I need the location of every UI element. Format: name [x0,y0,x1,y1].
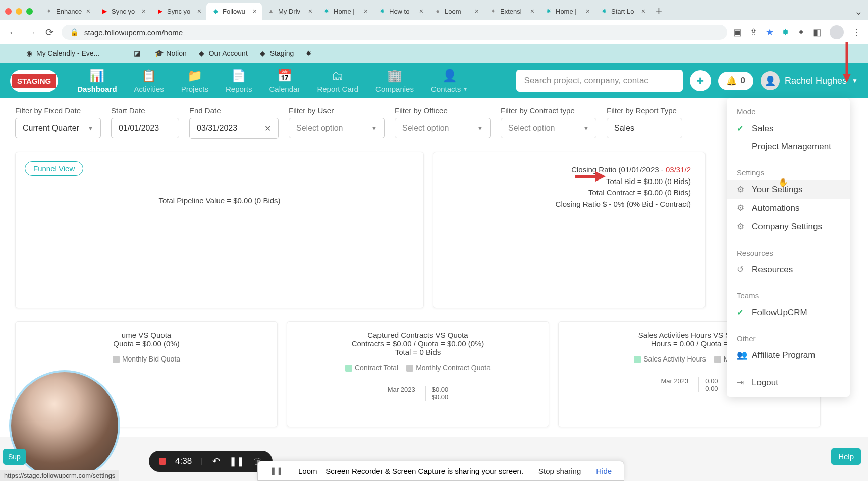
tabs-dropdown-icon[interactable]: ⌄ [854,5,863,17]
funnel-view-button[interactable]: Funnel View [25,161,83,176]
notifications-button[interactable]: 🔔 0 [718,72,753,90]
browser-tab[interactable]: ◆Followu× [206,3,262,20]
help-button[interactable]: Help [831,448,861,465]
loom-camera-bubble[interactable] [9,370,120,481]
address-bar[interactable]: 🔒 stage.followupcrm.com/home [62,25,727,40]
browser-tab[interactable]: ✸How to× [373,3,428,20]
support-button[interactable]: Sup [3,449,26,465]
filter-contract-select[interactable]: Select option▼ [501,118,596,138]
add-button[interactable]: + [690,70,711,91]
nav-calendar[interactable]: 📅Calendar [261,66,308,96]
extensions-icon[interactable]: ✦ [797,27,805,38]
tab-close-icon[interactable]: × [475,7,479,15]
bookmark-star-icon[interactable]: ★ [766,27,774,38]
nav-reports[interactable]: 📄Reports [218,66,260,96]
address-row: ← → ⟳ 🔒 stage.followupcrm.com/home ▣ ⇪ ★… [0,20,868,44]
window-controls[interactable] [5,8,33,15]
hide-sharing-button[interactable]: Hide [596,467,612,475]
loom-timer: 4:38 [175,456,192,466]
tab-close-icon[interactable]: × [142,7,146,15]
nav-activities[interactable]: 📋Activities [126,66,172,96]
browser-tab[interactable]: ▶Sync yo× [95,3,151,20]
bookmark-item[interactable]: ◉My Calendly - Eve... [25,49,99,57]
tab-close-icon[interactable]: × [308,7,312,15]
bookmark-item[interactable]: ✸ [305,49,316,57]
dd-company-settings[interactable]: ⚙Company Settings [727,217,850,236]
bookmark-favicon-icon: ◪ [133,49,141,57]
bookmark-item[interactable]: 🎓Notion [155,49,186,57]
bookmark-item[interactable]: ◆Our Account [198,49,248,57]
browser-tab[interactable]: ✸Home |× [539,3,595,20]
stop-sharing-button[interactable]: Stop sharing [538,467,581,475]
nav-projects[interactable]: 📁Projects [173,66,216,96]
tab-close-icon[interactable]: × [86,7,90,15]
user-menu-button[interactable]: 👤 Rachel Hughes ▼ [761,71,858,90]
tab-close-icon[interactable]: × [253,7,257,15]
dd-team-followupcrm[interactable]: ✓FollowUpCRM [727,303,850,322]
tab-close-icon[interactable]: × [364,7,368,15]
dd-automations[interactable]: ⚙Automations [727,199,850,217]
nav-companies[interactable]: 🏢Companies [367,66,422,96]
filter-user-select[interactable]: Select option▼ [289,118,385,138]
tab-title: Extensi [500,8,527,15]
filter-fixed-date-select[interactable]: Current Quarter▼ [15,118,101,138]
forward-button[interactable]: → [25,27,37,38]
bookmark-favicon-icon: ◉ [25,49,33,57]
tab-title: Sync yo [167,8,194,15]
tab-close-icon[interactable]: × [586,7,590,15]
bookmark-item[interactable]: ◪ [133,49,144,57]
maximize-window-icon[interactable] [26,8,33,15]
chevron-down-icon: ▼ [852,77,858,84]
tab-title: Loom – [445,8,472,15]
extension-icon-1[interactable]: ✸ [782,27,789,38]
video-icon[interactable]: ▣ [733,27,742,38]
tab-close-icon[interactable]: × [530,7,534,15]
new-tab-button[interactable]: + [650,5,667,18]
nav-icon: 📄 [231,69,246,83]
close-window-icon[interactable] [5,8,12,15]
tab-close-icon[interactable]: × [641,7,645,15]
dd-affiliate[interactable]: 👥Affiliate Program [727,346,850,365]
nav-report-card[interactable]: 🗂Report Card [309,66,366,96]
search-input[interactable]: Search project, company, contac [516,70,683,92]
filter-report-select[interactable]: Sales [607,118,682,138]
dd-logout[interactable]: ⇥Logout [727,373,850,392]
dd-resources[interactable]: ↺Resources [727,260,850,279]
nav-icon: 🏢 [387,69,402,83]
browser-tab[interactable]: ●Loom –× [428,3,484,20]
dd-mode-pm[interactable]: Project Management [727,138,850,156]
browser-tab[interactable]: ▶Sync yo× [151,3,206,20]
dd-mode-sales[interactable]: ✓Sales [727,119,850,138]
url-text: stage.followupcrm.com/home [84,28,183,37]
browser-tab[interactable]: ✦Extensi× [484,3,539,20]
browser-tab[interactable]: ✸Start Lo× [595,3,650,20]
nav-label: Contacts ▼ [431,85,468,93]
filter-office-select[interactable]: Select option▼ [395,118,491,138]
nav-contacts[interactable]: 👤Contacts ▼ [423,66,476,96]
start-date-input[interactable]: 01/01/2023 [111,118,179,138]
nav-dashboard[interactable]: 📊Dashboard [69,66,125,96]
share-icon[interactable]: ⇪ [750,27,757,38]
bookmark-item[interactable]: ◆Staging [259,49,294,57]
loom-restart-button[interactable]: ↶ [212,456,220,467]
record-indicator-icon [159,458,166,465]
menu-icon[interactable]: ⋮ [852,27,861,38]
back-button[interactable]: ← [7,27,19,38]
profile-avatar-icon[interactable] [830,25,844,39]
bookmark-item[interactable] [111,49,122,57]
reload-button[interactable]: ⟳ [43,26,56,38]
end-date-input[interactable]: 03/31/2023 [189,118,257,139]
browser-tab[interactable]: ✦Enhance× [40,3,95,20]
loom-control-bar[interactable]: 4:38 | ↶ ❚❚ 🗑 [149,451,273,472]
dd-your-settings[interactable]: ⚙Your Settings [727,180,850,199]
user-name: Rachel Hughes [785,76,847,86]
panel-icon[interactable]: ◧ [813,27,822,38]
loom-pause-button[interactable]: ❚❚ [229,456,244,467]
end-date-clear-button[interactable]: ✕ [257,118,279,139]
tab-close-icon[interactable]: × [197,7,201,15]
browser-tab[interactable]: ✸Home |× [317,3,373,20]
minimize-window-icon[interactable] [16,8,22,15]
tab-close-icon[interactable]: × [419,7,423,15]
people-icon: 👥 [737,350,746,360]
browser-tab[interactable]: ▲My Driv× [262,3,317,20]
